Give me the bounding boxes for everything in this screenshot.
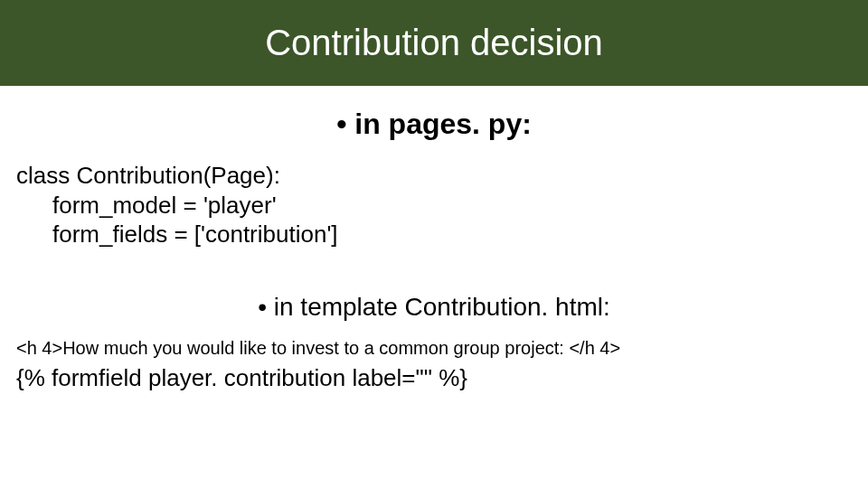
slide-title: Contribution decision xyxy=(265,23,603,63)
code-line: form_model = 'player' xyxy=(16,191,852,221)
slide: Contribution decision • in pages. py: cl… xyxy=(0,0,868,488)
bullet-in-pages-py: • in pages. py: xyxy=(16,108,852,141)
template-h4-line: <h 4>How much you would like to invest t… xyxy=(16,338,852,359)
python-code-block: class Contribution(Page): form_model = '… xyxy=(16,161,852,249)
code-line: form_fields = ['contribution'] xyxy=(16,220,852,249)
code-line: class Contribution(Page): xyxy=(16,162,280,189)
title-bar: Contribution decision xyxy=(0,0,868,86)
slide-body: • in pages. py: class Contribution(Page)… xyxy=(0,108,868,392)
bullet-in-template: • in template Contribution. html: xyxy=(16,293,852,322)
template-formfield-line: {% formfield player. contribution label=… xyxy=(16,364,852,392)
